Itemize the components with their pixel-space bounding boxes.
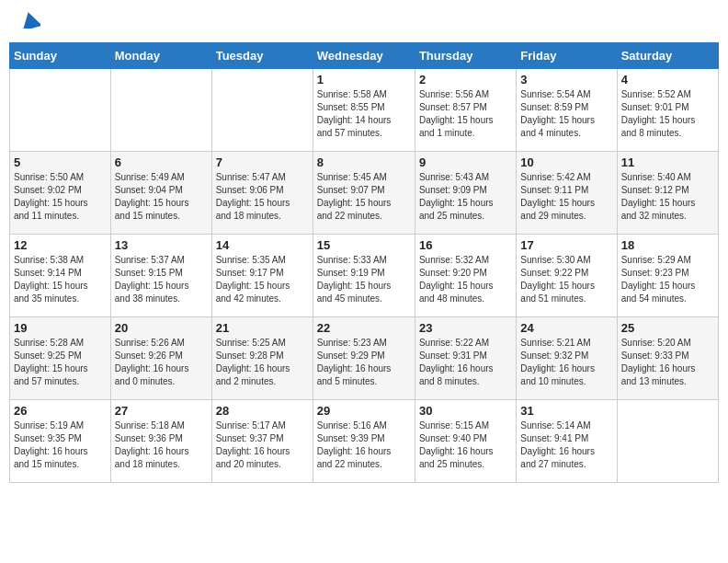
day-info: Sunrise: 5:21 AM Sunset: 9:32 PM Dayligh… xyxy=(520,337,612,388)
calendar-header-row: SundayMondayTuesdayWednesdayThursdayFrid… xyxy=(10,43,719,69)
logo-icon xyxy=(20,12,40,29)
calendar-cell: 4Sunrise: 5:52 AM Sunset: 9:01 PM Daylig… xyxy=(617,69,718,152)
day-number: 5 xyxy=(14,155,107,169)
day-info: Sunrise: 5:17 AM Sunset: 9:37 PM Dayligh… xyxy=(216,419,309,471)
calendar-cell: 29Sunrise: 5:16 AM Sunset: 9:39 PM Dayli… xyxy=(313,400,415,483)
day-number: 29 xyxy=(317,404,411,418)
calendar-week-row: 1Sunrise: 5:58 AM Sunset: 8:55 PM Daylig… xyxy=(10,69,719,152)
day-info: Sunrise: 5:38 AM Sunset: 9:14 PM Dayligh… xyxy=(14,254,107,305)
day-number: 27 xyxy=(115,404,208,418)
calendar-cell: 26Sunrise: 5:19 AM Sunset: 9:35 PM Dayli… xyxy=(10,400,111,483)
calendar-cell: 18Sunrise: 5:29 AM Sunset: 9:23 PM Dayli… xyxy=(617,235,718,317)
day-info: Sunrise: 5:35 AM Sunset: 9:17 PM Dayligh… xyxy=(216,254,309,305)
calendar-cell: 23Sunrise: 5:22 AM Sunset: 9:31 PM Dayli… xyxy=(415,317,516,400)
calendar-day-header: Wednesday xyxy=(313,43,415,69)
calendar-cell: 1Sunrise: 5:58 AM Sunset: 8:55 PM Daylig… xyxy=(313,69,415,152)
calendar-week-row: 12Sunrise: 5:38 AM Sunset: 9:14 PM Dayli… xyxy=(10,235,719,317)
calendar-week-row: 5Sunrise: 5:50 AM Sunset: 9:02 PM Daylig… xyxy=(10,152,719,235)
calendar-cell: 9Sunrise: 5:43 AM Sunset: 9:09 PM Daylig… xyxy=(415,152,516,235)
calendar-cell: 16Sunrise: 5:32 AM Sunset: 9:20 PM Dayli… xyxy=(415,235,516,317)
calendar-cell: 31Sunrise: 5:14 AM Sunset: 9:41 PM Dayli… xyxy=(517,400,617,483)
day-info: Sunrise: 5:26 AM Sunset: 9:26 PM Dayligh… xyxy=(115,337,208,388)
calendar-cell: 8Sunrise: 5:45 AM Sunset: 9:07 PM Daylig… xyxy=(313,152,415,235)
day-number: 18 xyxy=(621,238,714,252)
day-info: Sunrise: 5:25 AM Sunset: 9:28 PM Dayligh… xyxy=(216,337,309,388)
calendar-cell: 7Sunrise: 5:47 AM Sunset: 9:06 PM Daylig… xyxy=(211,152,313,235)
calendar-cell xyxy=(10,69,111,152)
calendar-cell: 14Sunrise: 5:35 AM Sunset: 9:17 PM Dayli… xyxy=(211,235,313,317)
day-number: 20 xyxy=(115,321,208,335)
calendar-cell: 20Sunrise: 5:26 AM Sunset: 9:26 PM Dayli… xyxy=(110,317,211,400)
day-number: 26 xyxy=(14,404,107,418)
day-number: 25 xyxy=(621,321,714,335)
day-info: Sunrise: 5:52 AM Sunset: 9:01 PM Dayligh… xyxy=(621,88,714,140)
day-info: Sunrise: 5:22 AM Sunset: 9:31 PM Dayligh… xyxy=(419,337,512,388)
day-info: Sunrise: 5:19 AM Sunset: 9:35 PM Dayligh… xyxy=(14,419,107,471)
day-number: 4 xyxy=(621,73,714,86)
day-info: Sunrise: 5:32 AM Sunset: 9:20 PM Dayligh… xyxy=(419,254,512,305)
svg-marker-0 xyxy=(20,12,40,29)
day-info: Sunrise: 5:37 AM Sunset: 9:15 PM Dayligh… xyxy=(115,254,208,305)
day-number: 21 xyxy=(216,321,309,335)
day-info: Sunrise: 5:18 AM Sunset: 9:36 PM Dayligh… xyxy=(115,419,208,471)
calendar-cell: 2Sunrise: 5:56 AM Sunset: 8:57 PM Daylig… xyxy=(415,69,516,152)
day-number: 14 xyxy=(216,238,309,252)
day-info: Sunrise: 5:30 AM Sunset: 9:22 PM Dayligh… xyxy=(520,254,612,305)
calendar-day-header: Friday xyxy=(517,43,617,69)
calendar-cell: 12Sunrise: 5:38 AM Sunset: 9:14 PM Dayli… xyxy=(10,235,111,317)
calendar-cell: 13Sunrise: 5:37 AM Sunset: 9:15 PM Dayli… xyxy=(110,235,211,317)
calendar-cell xyxy=(110,69,211,152)
day-number: 23 xyxy=(419,321,512,335)
logo xyxy=(18,14,40,29)
calendar-cell: 19Sunrise: 5:28 AM Sunset: 9:25 PM Dayli… xyxy=(10,317,111,400)
calendar-cell: 10Sunrise: 5:42 AM Sunset: 9:11 PM Dayli… xyxy=(517,152,617,235)
calendar-day-header: Thursday xyxy=(415,43,516,69)
calendar-cell: 21Sunrise: 5:25 AM Sunset: 9:28 PM Dayli… xyxy=(211,317,313,400)
calendar-day-header: Monday xyxy=(110,43,211,69)
calendar-cell: 24Sunrise: 5:21 AM Sunset: 9:32 PM Dayli… xyxy=(517,317,617,400)
calendar-week-row: 19Sunrise: 5:28 AM Sunset: 9:25 PM Dayli… xyxy=(10,317,719,400)
day-number: 6 xyxy=(115,155,208,169)
day-number: 16 xyxy=(419,238,512,252)
day-number: 12 xyxy=(14,238,107,252)
day-number: 31 xyxy=(520,404,612,418)
day-info: Sunrise: 5:58 AM Sunset: 8:55 PM Dayligh… xyxy=(317,88,411,140)
calendar-cell: 15Sunrise: 5:33 AM Sunset: 9:19 PM Dayli… xyxy=(313,235,415,317)
day-number: 3 xyxy=(520,73,612,86)
calendar-cell: 5Sunrise: 5:50 AM Sunset: 9:02 PM Daylig… xyxy=(10,152,111,235)
calendar-cell: 6Sunrise: 5:49 AM Sunset: 9:04 PM Daylig… xyxy=(110,152,211,235)
calendar-cell xyxy=(211,69,313,152)
day-info: Sunrise: 5:14 AM Sunset: 9:41 PM Dayligh… xyxy=(520,419,612,471)
day-number: 17 xyxy=(520,238,612,252)
day-number: 24 xyxy=(520,321,612,335)
calendar-table: SundayMondayTuesdayWednesdayThursdayFrid… xyxy=(9,42,719,483)
calendar-cell: 30Sunrise: 5:15 AM Sunset: 9:40 PM Dayli… xyxy=(415,400,516,483)
day-info: Sunrise: 5:23 AM Sunset: 9:29 PM Dayligh… xyxy=(317,337,411,388)
day-info: Sunrise: 5:50 AM Sunset: 9:02 PM Dayligh… xyxy=(14,171,107,223)
calendar-week-row: 26Sunrise: 5:19 AM Sunset: 9:35 PM Dayli… xyxy=(10,400,719,483)
day-info: Sunrise: 5:15 AM Sunset: 9:40 PM Dayligh… xyxy=(419,419,512,471)
day-info: Sunrise: 5:33 AM Sunset: 9:19 PM Dayligh… xyxy=(317,254,411,305)
day-info: Sunrise: 5:43 AM Sunset: 9:09 PM Dayligh… xyxy=(419,171,512,223)
day-number: 8 xyxy=(317,155,411,169)
day-info: Sunrise: 5:20 AM Sunset: 9:33 PM Dayligh… xyxy=(621,337,714,388)
day-number: 22 xyxy=(317,321,411,335)
day-info: Sunrise: 5:28 AM Sunset: 9:25 PM Dayligh… xyxy=(14,337,107,388)
calendar-cell: 25Sunrise: 5:20 AM Sunset: 9:33 PM Dayli… xyxy=(617,317,718,400)
calendar-cell: 3Sunrise: 5:54 AM Sunset: 8:59 PM Daylig… xyxy=(517,69,617,152)
calendar-day-header: Saturday xyxy=(617,43,718,69)
day-info: Sunrise: 5:54 AM Sunset: 8:59 PM Dayligh… xyxy=(520,88,612,140)
day-number: 1 xyxy=(317,73,411,86)
day-number: 7 xyxy=(216,155,309,169)
calendar-day-header: Tuesday xyxy=(211,43,313,69)
day-number: 9 xyxy=(419,155,512,169)
day-info: Sunrise: 5:42 AM Sunset: 9:11 PM Dayligh… xyxy=(520,171,612,223)
day-info: Sunrise: 5:29 AM Sunset: 9:23 PM Dayligh… xyxy=(621,254,714,305)
calendar-cell: 27Sunrise: 5:18 AM Sunset: 9:36 PM Dayli… xyxy=(110,400,211,483)
day-info: Sunrise: 5:47 AM Sunset: 9:06 PM Dayligh… xyxy=(216,171,309,223)
day-number: 28 xyxy=(216,404,309,418)
day-number: 11 xyxy=(621,155,714,169)
day-number: 30 xyxy=(419,404,512,418)
day-info: Sunrise: 5:49 AM Sunset: 9:04 PM Dayligh… xyxy=(115,171,208,223)
day-info: Sunrise: 5:45 AM Sunset: 9:07 PM Dayligh… xyxy=(317,171,411,223)
